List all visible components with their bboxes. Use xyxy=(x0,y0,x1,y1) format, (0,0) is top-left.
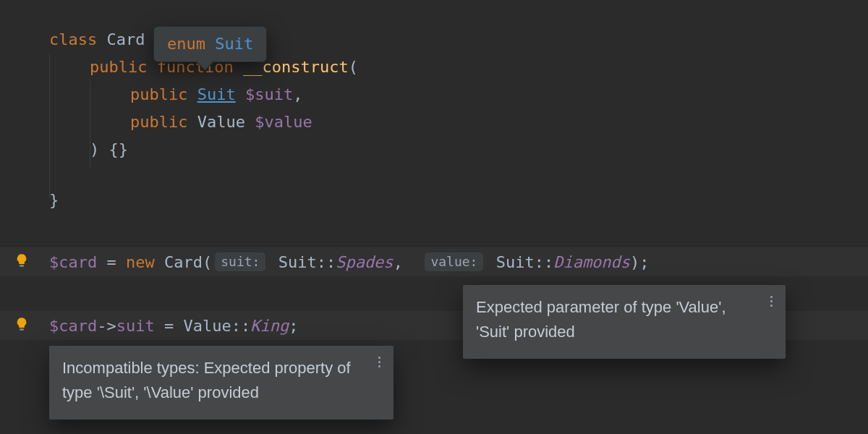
keyword-new: new xyxy=(126,253,155,271)
inlay-hint-suit[interactable]: suit: xyxy=(215,252,265,271)
code-line[interactable]: $card->suit = Value::King; xyxy=(49,312,298,340)
intention-bulb-icon[interactable] xyxy=(14,317,29,331)
code-line[interactable]: public Suit $suit, xyxy=(130,81,302,109)
warning-span: Value::King xyxy=(183,312,289,340)
keyword-class: class xyxy=(49,30,97,48)
inspection-message: Incompatible types: Expected property of… xyxy=(62,359,351,401)
svg-rect-0 xyxy=(20,265,24,267)
inspection-tooltip-incompatible[interactable]: Incompatible types: Expected property of… xyxy=(49,346,393,420)
keyword-public: public xyxy=(90,58,147,76)
inlay-hint-value[interactable]: value: xyxy=(425,252,483,271)
svg-rect-1 xyxy=(20,328,24,331)
var-card: $card xyxy=(49,253,97,271)
code-line[interactable]: class Card { xyxy=(49,26,164,54)
tooltip-more-icon[interactable] xyxy=(765,294,777,308)
identifier-card: Card xyxy=(164,253,203,271)
property-suit: suit xyxy=(116,317,155,335)
code-line[interactable]: ) {} xyxy=(90,136,128,163)
type-suit-link[interactable]: Suit xyxy=(197,85,236,103)
enum-diamonds: Diamonds xyxy=(553,253,630,271)
quickdoc-keyword: enum xyxy=(167,35,205,53)
code-line[interactable]: public Value $value xyxy=(130,109,312,136)
warning-span: Suit::Diamonds xyxy=(496,249,630,276)
keyword-public: public xyxy=(130,113,187,131)
tooltip-more-icon[interactable] xyxy=(373,354,385,369)
keyword-public: public xyxy=(130,85,187,103)
quickdoc-type-link[interactable]: Suit xyxy=(215,35,253,53)
gutter xyxy=(0,0,43,434)
identifier-card: Card xyxy=(106,30,145,48)
inspection-message: Expected parameter of type 'Value', 'Sui… xyxy=(476,298,726,341)
var-suit: $suit xyxy=(245,85,293,103)
indent-guide xyxy=(49,54,50,198)
inspection-tooltip-param-type[interactable]: Expected parameter of type 'Value', 'Sui… xyxy=(463,285,786,359)
var-value: $value xyxy=(255,113,312,131)
intention-bulb-icon[interactable] xyxy=(14,253,29,268)
code-editor[interactable]: class Card { public function __construct… xyxy=(0,0,868,434)
var-card: $card xyxy=(49,317,97,335)
type-value: Value xyxy=(197,113,245,131)
quickdoc-popup[interactable]: enum Suit xyxy=(153,26,267,62)
code-line[interactable]: } xyxy=(49,187,59,214)
enum-king: King xyxy=(250,317,289,335)
enum-spades: Spades xyxy=(336,253,393,271)
code-line[interactable]: $card = new Card(suit: Suit::Spades, val… xyxy=(49,249,650,276)
